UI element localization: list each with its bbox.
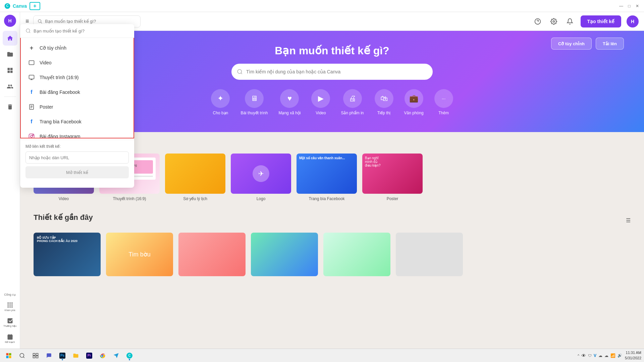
taskbar-chrome[interactable] [97, 350, 109, 361]
category-cho-ban-label: Cho bạn [213, 111, 228, 115]
sidebar-divider [4, 97, 16, 97]
recent-card-1[interactable]: BỘ SƯU TẬPPHONG CÁCH BẮC ÂU 2020 [34, 233, 101, 276]
try-card-poster[interactable]: Bạn nghĩmình đủđiều kiện? Poster [362, 154, 423, 201]
taskbar-files[interactable] [70, 350, 82, 361]
dropdown-item-poster[interactable]: Poster [21, 100, 133, 114]
category-cho-ban[interactable]: ✦ Cho bạn [211, 89, 230, 115]
svg-line-22 [241, 73, 242, 74]
recent-card-4[interactable] [251, 233, 318, 276]
sidebar-item-explore[interactable]: Khám phá [3, 299, 17, 314]
sidebar-item-projects[interactable] [3, 47, 17, 62]
svg-rect-3 [10, 68, 12, 70]
dropdown-item-trang-bia-facebook[interactable]: f Trang bìa Facebook [21, 114, 133, 129]
category-tiep-thi[interactable]: 🛍 Tiếp thị [375, 89, 393, 115]
sidebar-item-content-plan[interactable]: Kế hoạch [3, 331, 17, 346]
dropdown-item-bai-dang-instagram[interactable]: Bài đăng Instagram [21, 129, 133, 138]
dropdown-search-input[interactable] [34, 28, 129, 34]
try-card-video-label: Video [34, 196, 94, 201]
try-card-fb-cover[interactable]: Một số câu văn thanh xuân... Trang bìa F… [297, 154, 357, 201]
tray-sound-icon: 🔊 [618, 353, 622, 358]
dropdown-item-video[interactable]: Video [21, 55, 133, 70]
recent-section-header: Thiết kế gần đây ☰ [34, 213, 631, 227]
category-bai-thuyet-trinh[interactable]: 🖥 Bài thuyết trình [240, 89, 268, 115]
taskbar-canva[interactable]: C [123, 350, 136, 361]
category-video[interactable]: ▶ Video [311, 89, 330, 115]
facebook-cover-icon: f [28, 118, 36, 126]
recent-list-view-toggle[interactable]: ☰ [626, 217, 631, 224]
category-san-pham-in-label: Sản phẩm in [341, 111, 364, 115]
try-card-logo[interactable]: ✈ Logo [231, 154, 291, 201]
dropdown-search-icon [25, 28, 31, 34]
taskbar-start-button[interactable] [3, 350, 15, 361]
maximize-button[interactable]: □ [627, 3, 632, 9]
svg-rect-42 [33, 353, 35, 355]
dropdown-item-custom-size-label: Cỡ tùy chỉnh [40, 45, 66, 51]
svg-rect-5 [10, 71, 12, 73]
window-controls: — □ ✕ [619, 3, 640, 9]
taskbar-telegram[interactable] [110, 350, 122, 361]
svg-rect-39 [9, 356, 11, 358]
category-them-icon: ··· [434, 89, 453, 108]
dropdown-search-container[interactable] [20, 24, 134, 38]
thuyet-trinh-icon [28, 73, 36, 81]
dropdown-item-thuyet-trinh[interactable]: Thuyết trình (16:9) [21, 70, 133, 85]
create-design-button[interactable]: Tạo thiết kế [581, 15, 621, 27]
taskbar-datetime[interactable]: 11:31 AM 5/31/2022 [625, 350, 641, 361]
create-dropdown-panel: + Cỡ tùy chỉnh Video Thuyết trình (16:9)… [20, 24, 134, 188]
recent-card-2[interactable]: Tim bờu [106, 233, 173, 276]
dropdown-item-bai-dang-instagram-label: Bài đăng Instagram [40, 134, 80, 138]
search-input[interactable] [45, 19, 136, 24]
taskbar-premiere[interactable]: Pr [83, 350, 95, 361]
try-card-logo-label: Logo [231, 196, 291, 201]
open-link-input[interactable] [25, 152, 129, 164]
svg-rect-12 [7, 306, 8, 307]
hamburger-menu[interactable]: ≡ [25, 18, 29, 25]
category-mang-xa-hoi-icon: ♥ [280, 89, 299, 108]
try-card-resume[interactable]: Sơ yếu lý lịch [165, 154, 225, 201]
category-tiep-thi-icon: 🛍 [375, 89, 393, 108]
custom-size-button[interactable]: Cỡ tùy chỉnh [551, 38, 592, 50]
sidebar-user-avatar[interactable]: H [4, 15, 16, 27]
sidebar: H Công cụ Khám phá Thương hiệu [0, 12, 20, 349]
sidebar-item-trash[interactable] [3, 100, 17, 114]
taskbar-search[interactable] [16, 350, 28, 361]
category-san-pham-in[interactable]: 🖨 Sản phẩm in [341, 89, 364, 115]
recent-card-6[interactable] [396, 233, 463, 276]
tray-caret-icon[interactable]: ^ [578, 354, 579, 358]
add-tab-button[interactable]: + [30, 2, 40, 10]
upload-button[interactable]: Tải lên [596, 38, 624, 50]
category-van-phong[interactable]: 💼 Văn phòng [404, 89, 424, 115]
taskbar-task-view[interactable] [30, 350, 42, 361]
sidebar-item-brand[interactable]: Thương hiệu [3, 315, 17, 330]
recent-card-3[interactable] [178, 233, 246, 276]
taskbar-chat[interactable] [43, 350, 55, 361]
tray-v-icon: V [594, 353, 596, 358]
recent-card-5[interactable] [323, 233, 390, 276]
dropdown-item-custom-size[interactable]: + Cỡ tùy chỉnh [21, 41, 133, 55]
sidebar-item-templates[interactable] [3, 63, 17, 78]
category-them[interactable]: ··· Thêm [434, 89, 453, 115]
close-button[interactable]: ✕ [635, 3, 640, 9]
sidebar-item-team[interactable] [3, 79, 17, 94]
notifications-icon[interactable] [565, 16, 575, 27]
help-icon[interactable] [532, 16, 543, 27]
svg-rect-25 [29, 61, 34, 65]
tray-icons: ^ 👁 🛡 V ☁ ☁ 📶 🔊 [578, 353, 622, 358]
try-card-slides-label: Thuyết trình (16:9) [99, 196, 160, 201]
hero-search-bar[interactable] [231, 64, 433, 80]
facebook-post-icon: f [28, 88, 36, 96]
user-avatar[interactable]: H [627, 15, 639, 27]
category-van-phong-icon: 💼 [405, 89, 423, 108]
svg-rect-43 [36, 353, 38, 355]
settings-icon[interactable] [548, 16, 559, 27]
svg-rect-13 [9, 306, 10, 307]
minimize-button[interactable]: — [619, 3, 624, 9]
dropdown-item-bai-dang-facebook[interactable]: f Bài đăng Facebook [21, 85, 133, 100]
svg-rect-11 [11, 304, 12, 305]
sidebar-item-home[interactable] [3, 31, 17, 46]
premiere-icon: Pr [86, 353, 92, 359]
open-design-button[interactable]: Mở thiết kế [25, 166, 129, 178]
category-mang-xa-hoi[interactable]: ♥ Mạng xã hội [278, 89, 301, 115]
hero-search-input[interactable] [246, 69, 427, 74]
taskbar-photoshop[interactable]: Ps [56, 350, 68, 361]
